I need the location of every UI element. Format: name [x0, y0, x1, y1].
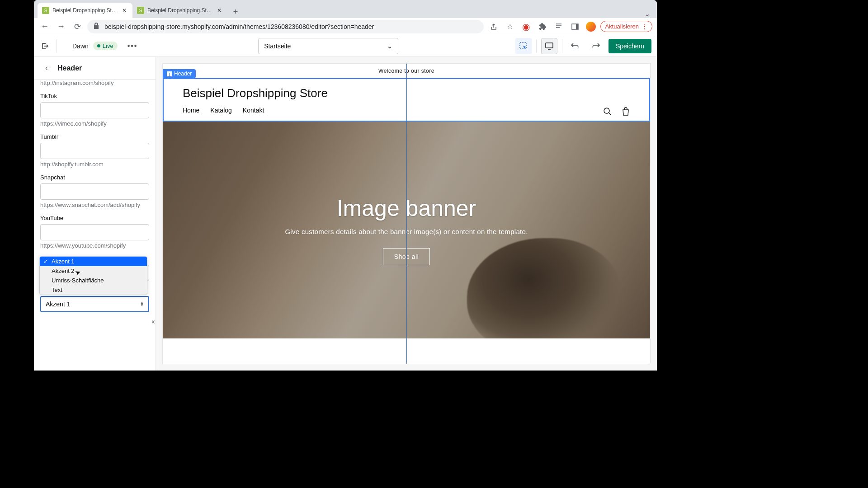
- page-selector-value: Startseite: [264, 42, 291, 50]
- sidebar-title: Header: [57, 64, 82, 72]
- live-badge: Live: [93, 42, 118, 50]
- youtube-field-group: YouTube https://www.youtube.com/shopify: [40, 215, 149, 249]
- tab-strip: S Beispiel Dropshipping Store · D ✕ S Be…: [34, 0, 657, 18]
- address-bar[interactable]: beispiel-dropshipping-store.myshopify.co…: [87, 20, 484, 33]
- sidebar-content: http://instagram.com/shopify TikTok http…: [34, 80, 156, 371]
- tab-title: Beispiel Dropshipping Store · E: [147, 7, 212, 14]
- field-hint: https://www.snapchat.com/add/shopify: [40, 202, 149, 208]
- dropdown-option[interactable]: Umriss-Schaltfläche: [40, 276, 147, 285]
- sidebar-back-button[interactable]: ‹: [40, 62, 53, 75]
- select-button[interactable]: Akzent 1 ▲▼: [40, 296, 149, 312]
- editor-top-bar: Dawn Live ••• Startseite ⌄: [34, 35, 657, 57]
- tumblr-input[interactable]: [40, 143, 149, 159]
- svg-rect-1: [576, 24, 578, 29]
- svg-point-7: [604, 108, 609, 113]
- partial-text: x: [152, 318, 155, 325]
- undo-button[interactable]: [567, 38, 583, 54]
- shopify-favicon-icon: S: [137, 7, 144, 14]
- adblock-icon[interactable]: ◉: [520, 20, 533, 33]
- save-button[interactable]: Speichern: [609, 39, 651, 53]
- dropdown-option[interactable]: Text: [40, 285, 147, 295]
- divider: [536, 39, 537, 53]
- tiktok-field-group: TikTok https://vimeo.com/shopify: [40, 93, 149, 127]
- select-dropdown-menu: Akzent 1 Akzent 2 Umriss-Schaltfläche Te…: [39, 256, 147, 295]
- browser-tab[interactable]: S Beispiel Dropshipping Store · D ✕: [38, 3, 132, 18]
- nav-link-katalog[interactable]: Katalog: [210, 107, 231, 115]
- workspace: ‹ Header http://instagram.com/shopify Ti…: [34, 57, 657, 371]
- snapchat-field-group: Snapchat https://www.snapchat.com/add/sh…: [40, 174, 149, 208]
- profile-avatar[interactable]: [585, 21, 597, 33]
- tumblr-label: Tumblr: [40, 133, 149, 140]
- youtube-input[interactable]: [40, 224, 149, 240]
- reading-list-icon[interactable]: [552, 20, 565, 33]
- exit-editor-button[interactable]: [39, 41, 50, 52]
- bookmark-icon[interactable]: ☆: [504, 20, 516, 33]
- divider: [562, 39, 562, 53]
- url-bar: ← → ⟳ beispiel-dropshipping-store.myshop…: [34, 18, 657, 35]
- dropdown-option[interactable]: Akzent 2: [40, 266, 147, 276]
- page-selector[interactable]: Startseite ⌄: [258, 38, 398, 54]
- browser-window: S Beispiel Dropshipping Store · D ✕ S Be…: [34, 0, 657, 371]
- live-dot-icon: [97, 44, 100, 47]
- back-button[interactable]: ←: [38, 20, 51, 33]
- nav-link-home[interactable]: Home: [183, 107, 199, 115]
- tabs-overflow-button[interactable]: ⌄: [641, 9, 653, 18]
- desktop-view-button[interactable]: [541, 38, 557, 54]
- url-actions: ☆ ◉ Aktualisieren ⋮: [487, 20, 652, 33]
- chevron-down-icon: ⌄: [387, 42, 392, 50]
- dropdown-option[interactable]: Akzent 1: [40, 257, 147, 266]
- youtube-label: YouTube: [40, 215, 149, 221]
- select-arrows-icon: ▲▼: [140, 301, 144, 307]
- tiktok-input[interactable]: [40, 102, 149, 118]
- shopify-favicon-icon: S: [42, 7, 49, 14]
- close-icon[interactable]: ✕: [216, 7, 223, 14]
- svg-rect-6: [170, 73, 172, 76]
- redo-button[interactable]: [588, 38, 604, 54]
- close-icon[interactable]: ✕: [121, 7, 128, 14]
- snapchat-label: Snapchat: [40, 174, 149, 181]
- inspector-button[interactable]: [515, 38, 532, 54]
- url-text: beispiel-dropshipping-store.myshopify.co…: [104, 23, 374, 30]
- svg-rect-4: [167, 71, 172, 73]
- browser-tab[interactable]: S Beispiel Dropshipping Store · E ✕: [132, 3, 227, 18]
- cart-icon[interactable]: [621, 107, 630, 118]
- field-hint: http://shopify.tumblr.com: [40, 161, 149, 168]
- update-button[interactable]: Aktualisieren ⋮: [600, 21, 652, 32]
- lock-icon: [94, 23, 100, 30]
- top-actions: Speichern: [515, 38, 651, 54]
- forward-button[interactable]: →: [55, 20, 67, 33]
- tiktok-label: TikTok: [40, 93, 149, 99]
- field-hint: http://instagram.com/shopify: [40, 80, 149, 86]
- more-actions-button[interactable]: •••: [124, 40, 142, 52]
- header-icons: [603, 107, 630, 118]
- theme-editor: Dawn Live ••• Startseite ⌄: [34, 35, 657, 371]
- extensions-icon[interactable]: [536, 20, 549, 33]
- preview-pane: Header Welcome to our store Beispiel Dro…: [156, 57, 657, 371]
- theme-name: Dawn: [72, 42, 89, 50]
- sidebar: ‹ Header http://instagram.com/shopify Ti…: [34, 57, 156, 371]
- svg-rect-5: [167, 73, 169, 76]
- nav-link-kontakt[interactable]: Kontakt: [243, 107, 264, 115]
- preview-frame: Header Welcome to our store Beispiel Dro…: [162, 63, 651, 364]
- snapchat-input[interactable]: [40, 183, 149, 200]
- select-value: Akzent 1: [46, 300, 70, 308]
- center-guide: [406, 64, 407, 364]
- section-icon: [167, 71, 172, 76]
- divider: [57, 39, 57, 53]
- search-icon[interactable]: [603, 107, 612, 118]
- reload-button[interactable]: ⟳: [71, 20, 84, 33]
- sidepanel-icon[interactable]: [569, 20, 581, 33]
- kebab-icon: ⋮: [642, 23, 647, 30]
- field-hint: https://www.youtube.com/shopify: [40, 242, 149, 249]
- share-icon[interactable]: [487, 20, 500, 33]
- svg-rect-3: [546, 43, 553, 48]
- color-scheme-select: Akzent 1 Akzent 2 Umriss-Schaltfläche Te…: [40, 296, 149, 312]
- tumblr-field-group: Tumblr http://shopify.tumblr.com: [40, 133, 149, 168]
- section-tag[interactable]: Header: [163, 69, 196, 78]
- tab-title: Beispiel Dropshipping Store · D: [52, 7, 118, 14]
- sidebar-header: ‹ Header: [34, 57, 156, 80]
- field-hint: https://vimeo.com/shopify: [40, 120, 149, 127]
- new-tab-button[interactable]: +: [229, 5, 242, 18]
